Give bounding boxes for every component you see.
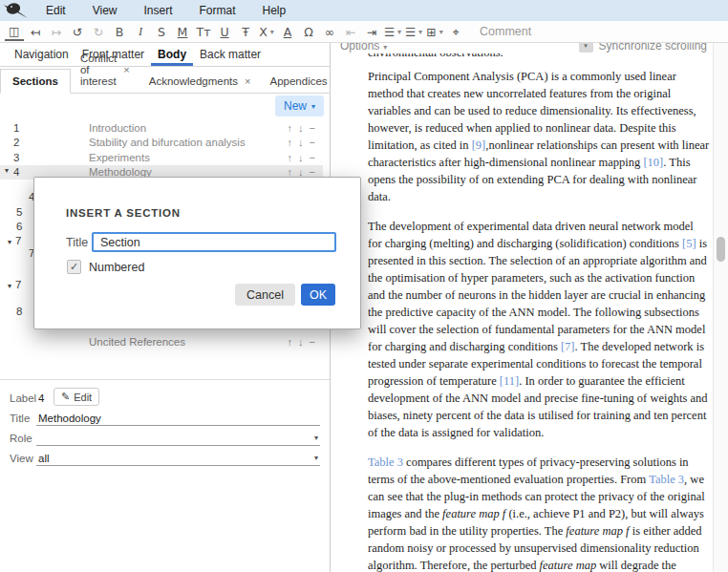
scrollbar-thumb[interactable] [717, 237, 725, 262]
comment-button[interactable]: Comment [480, 25, 531, 38]
menu-item-format[interactable]: Format [186, 4, 249, 17]
formatting-toolbar: ◫↤↦↺↻BISMTᴛUŦX▾AΩ∞⇤⇥☰▾☰▾⊞▾⌖ Comment [0, 21, 728, 43]
chevron-down-icon[interactable]: ▾ [397, 23, 401, 41]
numbered-checkbox[interactable]: ✓ [67, 260, 81, 274]
view-select[interactable]: all ▾ [36, 448, 320, 466]
indent-icon[interactable]: ⇥ [362, 23, 381, 41]
mark-icon[interactable]: M [173, 23, 192, 41]
app-logo-bird-icon[interactable] [4, 1, 32, 20]
tab-acknowledgments[interactable]: Acknowledgments× [139, 70, 261, 93]
chevron-down-icon[interactable]: ▾ [418, 23, 422, 41]
table-icon[interactable]: ⊞▾ [425, 23, 444, 41]
section-group-tabs: SectionsConflict of interest×Acknowledgm… [0, 67, 330, 94]
move-up-icon[interactable]: ↑ [288, 122, 293, 134]
citation-link[interactable]: [9] [472, 138, 486, 152]
strikethrough-icon[interactable]: S [152, 23, 171, 41]
panel-divider [0, 379, 330, 380]
chevron-down-icon[interactable]: ▾ [5, 166, 9, 175]
ordered-list-icon[interactable]: ☰▾ [404, 23, 423, 41]
tab-conflict-of-interest[interactable]: Conflict of interest× [71, 47, 139, 93]
redo-icon[interactable]: ↻ [89, 23, 108, 41]
close-icon[interactable]: × [123, 64, 129, 75]
chevron-down-icon[interactable]: ▾ [270, 23, 274, 41]
citation-link[interactable]: [7] [561, 340, 575, 353]
section-row[interactable]: 1Introduction↑↓− [0, 121, 323, 136]
remove-icon[interactable]: − [310, 122, 315, 134]
full-width-icon[interactable]: ⌖ [446, 23, 465, 41]
clear-format-icon[interactable]: Ŧ [236, 23, 255, 41]
menu-item-edit[interactable]: Edit [32, 4, 79, 17]
move-up-icon[interactable]: ↑ [288, 137, 293, 148]
jump-start-icon[interactable]: ↤ [26, 23, 45, 41]
title-field[interactable]: Methodology [36, 408, 320, 426]
section-row-partial[interactable]: ▾7 [8, 235, 21, 246]
section-title: Uncited References [89, 336, 185, 348]
citation-link[interactable]: [10] [643, 156, 663, 169]
link-icon[interactable]: ∞ [320, 23, 339, 41]
jump-end-icon[interactable]: ↦ [47, 23, 66, 41]
bold-icon[interactable]: B [110, 23, 129, 41]
section-row-partial[interactable]: 5 [16, 206, 22, 218]
document-paragraphs: Principal Component Analysis (PCA) is a … [368, 68, 710, 572]
section-row[interactable]: 2Stability and bifurcation analysis↑↓− [0, 136, 323, 150]
move-up-icon[interactable]: ↑ [288, 336, 293, 348]
text-segment: feature map f [442, 507, 505, 520]
section-row-partial[interactable]: 8 [16, 306, 22, 317]
move-down-icon[interactable]: ↓ [298, 137, 304, 148]
options-dropdown[interactable]: Options▾ [340, 43, 387, 53]
citation-link[interactable]: Table 3 [649, 473, 684, 486]
chevron-down-icon[interactable]: ▾ [8, 282, 11, 290]
edit-label-button[interactable]: ✎ Edit [54, 388, 99, 406]
remove-icon[interactable]: − [310, 152, 315, 163]
section-row-partial[interactable]: 6 [16, 221, 22, 232]
title-label: Title [66, 236, 88, 249]
page-view-icon[interactable]: ◫ [5, 23, 24, 41]
section-row[interactable]: 3Experiments↑↓− [0, 151, 323, 165]
section-controls: ↑↓− [288, 152, 315, 163]
uncited-references-row[interactable]: Uncited References ↑ ↓ − [0, 336, 323, 350]
role-row: Role ▾ [0, 428, 330, 448]
remove-icon[interactable]: − [310, 137, 315, 148]
section-controls: ↑ ↓ − [288, 336, 315, 348]
citation-link[interactable]: [11] [500, 374, 519, 388]
title-value: Methodology [38, 413, 101, 424]
sync-scrolling-label: Synchronize scrolling [599, 43, 707, 53]
sync-dropdown-icon[interactable]: ▾ [579, 43, 593, 53]
document-scrollbar[interactable] [713, 43, 728, 572]
menu-bar: EditViewInsertFormatHelp [0, 0, 728, 21]
move-up-icon[interactable]: ↑ [288, 152, 293, 163]
cancel-button[interactable]: Cancel [235, 284, 295, 306]
tab-body[interactable]: Body [151, 43, 193, 66]
role-select[interactable]: ▾ [36, 428, 320, 446]
remove-icon[interactable]: − [310, 336, 315, 348]
tab-sections[interactable]: Sections [0, 69, 71, 94]
section-title-input[interactable] [92, 232, 336, 252]
tab-back-matter[interactable]: Back matter [193, 43, 268, 66]
synchronize-scrolling-control[interactable]: ▾ Synchronize scrolling [579, 43, 707, 53]
citation-link[interactable]: Table 3 [368, 455, 403, 469]
underline-icon[interactable]: U [215, 23, 234, 41]
menu-item-insert[interactable]: Insert [130, 4, 185, 17]
new-section-button[interactable]: New ▾ [275, 95, 324, 117]
move-down-icon[interactable]: ↓ [298, 152, 304, 163]
close-icon[interactable]: × [245, 75, 250, 87]
menu-item-help[interactable]: Help [249, 4, 300, 17]
menu-item-view[interactable]: View [79, 4, 131, 17]
tab-navigation[interactable]: Navigation [8, 43, 75, 66]
small-caps-icon[interactable]: Tᴛ [194, 23, 213, 41]
outdent-icon[interactable]: ⇤ [341, 23, 360, 41]
bullet-list-icon[interactable]: ☰▾ [383, 23, 402, 41]
italic-icon[interactable]: I [131, 23, 150, 41]
document-body[interactable]: environmental observations. Principal Co… [331, 53, 713, 572]
move-down-icon[interactable]: ↓ [298, 336, 304, 348]
text-color-icon[interactable]: A [278, 23, 297, 41]
ok-button[interactable]: OK [301, 284, 335, 306]
special-character-icon[interactable]: Ω [299, 23, 318, 41]
move-down-icon[interactable]: ↓ [298, 122, 304, 134]
chevron-down-icon[interactable]: ▾ [8, 238, 11, 246]
sub-superscript-icon[interactable]: X▾ [257, 23, 276, 41]
section-row-partial[interactable]: ▾7 [8, 279, 21, 290]
undo-icon[interactable]: ↺ [68, 23, 87, 41]
chevron-down-icon[interactable]: ▾ [439, 23, 443, 41]
citation-link[interactable]: [5] [682, 237, 696, 250]
